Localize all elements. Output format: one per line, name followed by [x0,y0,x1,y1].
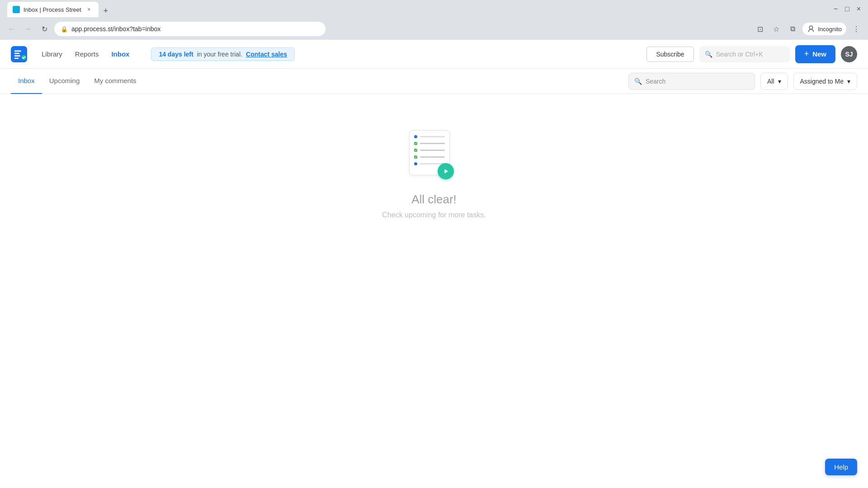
doc-check-green: ✓ [414,142,417,145]
search-placeholder: Search or Ctrl+K [716,51,763,58]
cast-icon: ⊡ [754,23,766,35]
tab-inbox[interactable]: Inbox [11,69,42,94]
new-tab-button[interactable]: + [99,5,112,17]
back-button[interactable]: ← [5,23,18,35]
address-text: app.process.st/inbox?tab=inbox [71,25,160,33]
doc-check-green-3: ✓ [414,155,417,159]
incognito-icon [807,25,815,33]
filter-all-label: All [767,78,774,85]
doc-bullet-blue-2 [414,162,417,165]
trial-banner: 14 days left in your free trial. Contact… [151,47,295,61]
filter-assigned-chevron-icon: ▾ [847,78,850,85]
address-bar[interactable]: 🔒 app.process.st/inbox?tab=inbox [54,22,326,36]
doc-bullet-blue [414,135,417,138]
inbox-search-field[interactable]: 🔍 Search [628,73,755,90]
tab-favicon-icon [13,6,20,13]
header-right: Subscribe 🔍 Search or Ctrl+K + New SJ [646,45,857,63]
extensions-icon[interactable]: ⧉ [786,23,799,35]
app-logo[interactable] [11,46,27,62]
tab-title: Inbox | Process Street [24,6,81,13]
doc-line-4 [420,156,445,158]
empty-state: ✓ ✓ ✓ [0,94,868,255]
inbox-tabs-row: Inbox Upcoming My comments 🔍 Search All … [0,69,868,94]
empty-state-subtitle: Check upcoming for more tasks. [382,211,486,219]
svg-marker-3 [444,169,448,174]
tab-close-button[interactable]: × [85,5,93,14]
new-button-label: New [812,50,826,58]
search-icon: 🔍 [705,51,712,58]
user-avatar[interactable]: SJ [841,46,857,62]
doc-check-green-2: ✓ [414,149,417,152]
filter-assigned-label: Assigned to Me [800,78,844,85]
help-button[interactable]: Help [825,459,857,475]
forward-button[interactable]: → [22,23,34,35]
empty-state-title: All clear! [411,192,457,206]
nav-inbox[interactable]: Inbox [111,50,129,58]
nav-reports[interactable]: Reports [75,50,99,58]
tab-my-comments[interactable]: My comments [87,69,143,94]
trial-message: in your free trial. [197,51,242,58]
new-button-icon: + [804,49,809,59]
empty-illustration: ✓ ✓ ✓ [409,130,459,180]
active-browser-tab[interactable]: Inbox | Process Street × [7,2,99,17]
doc-card: ✓ ✓ ✓ [409,130,450,175]
window-close-button[interactable]: × [857,5,861,13]
nav-library[interactable]: Library [42,50,62,58]
filter-all-dropdown[interactable]: All ▾ [760,73,788,90]
filter-assigned-dropdown[interactable]: Assigned to Me ▾ [793,73,858,90]
doc-line-2 [420,143,445,144]
new-button[interactable]: + New [795,45,835,63]
inbox-search-icon: 🔍 [634,78,642,85]
inbox-tabs: Inbox Upcoming My comments [11,69,628,94]
global-search-bar[interactable]: 🔍 Search or Ctrl+K [699,46,790,62]
contact-sales-link[interactable]: Contact sales [246,51,287,58]
incognito-badge: Incognito [802,23,846,35]
trial-days-left: 14 days left [159,51,193,58]
lock-icon: 🔒 [61,26,68,33]
inbox-search-placeholder: Search [646,78,665,85]
refresh-button[interactable]: ↻ [38,23,51,35]
window-minimize-button[interactable]: − [834,5,838,13]
filter-all-chevron-icon: ▾ [778,78,781,85]
app-header: Library Reports Inbox 14 days left in yo… [0,40,868,69]
svg-point-0 [809,26,813,29]
doc-line-3 [420,150,445,151]
more-options-icon[interactable]: ⋮ [850,23,863,35]
bookmark-icon[interactable]: ☆ [770,23,783,35]
tab-upcoming[interactable]: Upcoming [42,69,87,94]
window-maximize-button[interactable]: □ [845,5,849,13]
incognito-label: Incognito [818,26,842,33]
doc-line-1 [420,136,445,137]
play-badge [438,163,454,179]
subscribe-button[interactable]: Subscribe [646,47,693,62]
app-nav: Library Reports Inbox [42,50,129,58]
inbox-filters: 🔍 Search All ▾ Assigned to Me ▾ [628,73,857,90]
svg-rect-1 [11,46,27,62]
